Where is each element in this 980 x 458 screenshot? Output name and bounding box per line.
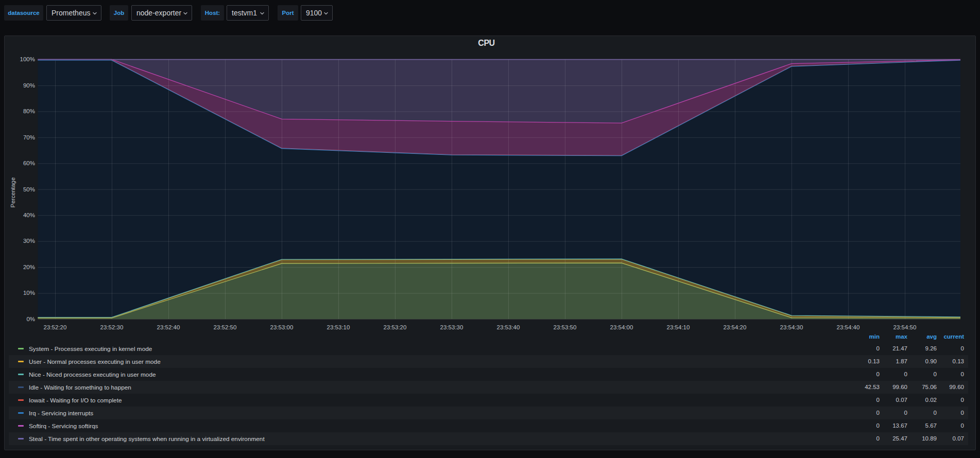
svg-text:23:53:50: 23:53:50 bbox=[554, 324, 577, 330]
svg-text:23:53:40: 23:53:40 bbox=[497, 324, 520, 330]
svg-text:23:53:00: 23:53:00 bbox=[270, 324, 294, 330]
svg-text:23:53:20: 23:53:20 bbox=[384, 324, 407, 330]
svg-text:23:54:30: 23:54:30 bbox=[780, 324, 803, 330]
svg-text:10%: 10% bbox=[23, 290, 35, 296]
svg-text:50%: 50% bbox=[23, 186, 35, 192]
svg-text:23:54:20: 23:54:20 bbox=[724, 324, 747, 330]
svg-text:23:52:50: 23:52:50 bbox=[214, 324, 237, 330]
svg-text:40%: 40% bbox=[23, 212, 35, 218]
svg-text:60%: 60% bbox=[23, 160, 35, 166]
svg-text:23:54:10: 23:54:10 bbox=[667, 324, 690, 330]
svg-text:80%: 80% bbox=[23, 108, 35, 114]
svg-text:30%: 30% bbox=[23, 238, 35, 244]
svg-text:23:52:30: 23:52:30 bbox=[100, 324, 124, 330]
svg-text:70%: 70% bbox=[23, 134, 35, 140]
svg-text:20%: 20% bbox=[23, 264, 35, 270]
svg-text:23:54:00: 23:54:00 bbox=[610, 324, 633, 330]
svg-text:23:52:40: 23:52:40 bbox=[157, 324, 180, 330]
svg-text:Percentage: Percentage bbox=[10, 178, 16, 208]
svg-text:90%: 90% bbox=[23, 82, 35, 89]
svg-text:23:52:20: 23:52:20 bbox=[44, 324, 67, 330]
svg-text:23:54:50: 23:54:50 bbox=[893, 324, 917, 330]
svg-text:23:53:30: 23:53:30 bbox=[440, 324, 463, 330]
svg-text:23:54:40: 23:54:40 bbox=[837, 324, 860, 330]
svg-text:23:53:10: 23:53:10 bbox=[327, 324, 350, 330]
svg-text:100%: 100% bbox=[20, 56, 35, 62]
svg-text:0%: 0% bbox=[26, 316, 35, 322]
